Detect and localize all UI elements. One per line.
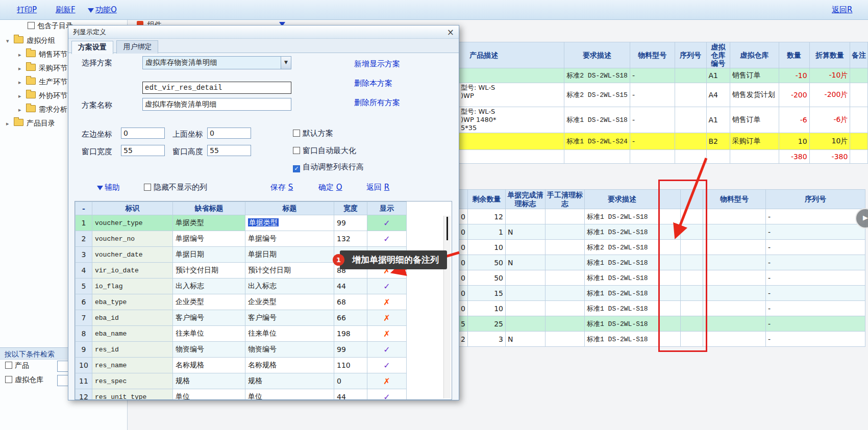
grid-row-9[interactable]: 9res_id物资编号物资编号99✓	[76, 342, 407, 358]
chevron-right-icon[interactable]: ▸	[18, 75, 25, 89]
bottom-table-row-2[interactable]: 010标准2 DS-2WL-S18-	[434, 240, 865, 255]
chevron-down-icon[interactable]: ▼	[281, 57, 291, 69]
check-icon[interactable]: ✓	[367, 279, 407, 294]
serial-cell: -	[766, 240, 865, 255]
empty-cell	[681, 240, 703, 255]
chevron-right-icon[interactable]: ▸	[18, 62, 25, 75]
bottom-table-row-6[interactable]: 010标准1 DS-2WL-S18-	[434, 301, 865, 316]
save-button[interactable]: 保存 S	[270, 183, 293, 192]
chevron-right-icon[interactable]: ▸	[18, 48, 25, 62]
default-scheme-checkbox[interactable]: 默认方案	[293, 129, 333, 138]
grid-row-8[interactable]: 8eba_name往来单位往来单位198✗	[76, 326, 407, 342]
width-cell[interactable]: 99	[334, 215, 367, 231]
title-cell[interactable]: 名称规格	[245, 358, 334, 373]
title-cell[interactable]: 单位	[245, 389, 334, 400]
check-icon[interactable]: ✓	[367, 389, 407, 400]
grid-row-2[interactable]: 2voucher_no单据编号单据编号132✓	[76, 231, 407, 247]
delete-scheme-link[interactable]: 删除本方案	[354, 79, 392, 88]
converted-qty-cell: -10片	[809, 68, 850, 83]
tab-user-binding[interactable]: 用户绑定	[116, 40, 158, 54]
scheme-select-label: 选择方案	[82, 58, 112, 68]
title-cell[interactable]: 单据类型	[245, 215, 334, 231]
features-link[interactable]: 功能O	[88, 5, 117, 15]
delete-all-schemes-link[interactable]: 删除所有方案	[354, 98, 400, 108]
width-cell[interactable]: 0	[334, 373, 367, 389]
width-cell[interactable]: 110	[334, 358, 367, 373]
grid-row-7[interactable]: 7eba_id客户编号客户编号66✗	[76, 310, 407, 326]
title-cell[interactable]: 物资编号	[245, 342, 334, 358]
grid-row-11[interactable]: 11res_spec规格规格0✗	[76, 373, 407, 389]
auto-row-height-checkbox[interactable]: ✓自动调整列表行高	[293, 162, 364, 172]
width-cell[interactable]: 44	[334, 279, 367, 294]
grid-row-6[interactable]: 6eba_type企业类型企业类型68✗	[76, 294, 407, 310]
width-cell[interactable]: 132	[334, 231, 367, 247]
back-link[interactable]: 返回R	[832, 5, 852, 15]
filter-product-checkbox[interactable]: 产品	[5, 361, 29, 370]
grid-row-10[interactable]: 10res_name名称规格名称规格110✓	[76, 358, 407, 373]
width-cell[interactable]: 99	[334, 342, 367, 358]
top-table-row-3[interactable]: 标准1 DS-2WL-S24-B2采购订单1010片	[404, 133, 868, 149]
chevron-right-icon[interactable]: ▸	[6, 117, 13, 131]
scheme-id-field[interactable]	[142, 82, 291, 94]
check-icon[interactable]: ✓	[367, 215, 407, 231]
check-icon[interactable]: ✓	[367, 358, 407, 373]
return-button[interactable]: 返回 R	[366, 183, 389, 192]
cross-icon[interactable]: ✗	[367, 326, 407, 342]
grid-scrollbar[interactable]	[443, 216, 451, 398]
add-scheme-link[interactable]: 新增显示方案	[354, 59, 400, 69]
title-cell[interactable]: 预计交付日期	[245, 263, 334, 279]
print-link[interactable]: 打印P	[17, 5, 37, 15]
top-coord-field[interactable]	[207, 128, 251, 139]
empty-cell	[660, 286, 681, 301]
grid-row-12[interactable]: 12res_unit_type单位单位44✓	[76, 389, 407, 400]
chevron-right-icon[interactable]: ▸	[18, 103, 25, 117]
title-cell[interactable]: 客户编号	[245, 310, 334, 326]
cross-icon[interactable]: ✗	[367, 310, 407, 326]
left-coord-field[interactable]	[121, 128, 165, 139]
bottom-table-row-0[interactable]: 012标准1 DS-2WL-S18-	[434, 209, 865, 224]
aux-button[interactable]: 辅助	[97, 183, 120, 192]
bottom-table-row-8[interactable]: 23N标准1 DS-2WL-S18-	[434, 332, 865, 347]
check-icon[interactable]: ✓	[367, 342, 407, 358]
title-cell[interactable]: 企业类型	[245, 294, 334, 310]
tab-scheme-settings[interactable]: 方案设置	[71, 41, 113, 54]
grid-scrollbar-thumb[interactable]	[447, 217, 448, 240]
title-cell[interactable]: 规格	[245, 373, 334, 389]
cross-icon[interactable]: ✗	[367, 373, 407, 389]
top-header-3: 序列号	[675, 42, 706, 68]
width-cell[interactable]: 198	[334, 326, 367, 342]
cross-icon[interactable]: ✗	[367, 294, 407, 310]
chevron-right-icon[interactable]: ▸	[18, 89, 25, 103]
width-cell[interactable]: 44	[334, 389, 367, 400]
ok-button[interactable]: 确定 O	[318, 183, 342, 192]
grid-row-1[interactable]: 1voucher_type单据类型单据类型99✓	[76, 215, 407, 231]
top-table-row-4[interactable]: -380-380	[404, 149, 868, 163]
width-cell[interactable]: 68	[334, 294, 367, 310]
scheme-combobox[interactable]: 虚拟库存物资清单明细 ▼	[142, 56, 291, 69]
title-cell[interactable]: 单据日期	[245, 247, 334, 263]
filter-warehouse-checkbox[interactable]: 虚拟仓库	[5, 375, 43, 385]
window-height-field[interactable]	[207, 145, 251, 156]
top-table-row-0[interactable]: 标准2 DS-2WL-S18-A1销售订单-10-10片	[404, 68, 868, 83]
title-cell[interactable]: 往来单位	[245, 326, 334, 342]
check-icon[interactable]: ✓	[367, 231, 407, 247]
top-table-row-2[interactable]: 型号: WL-S )WP 1480* 5*35标准1 DS-2WL-S18-A1…	[404, 107, 868, 133]
close-icon[interactable]: ×	[447, 27, 454, 38]
bottom-table-row-4[interactable]: 050标准1 DS-2WL-S18-	[434, 270, 865, 286]
chevron-down-icon[interactable]: ▾	[6, 34, 13, 48]
bottom-table-row-5[interactable]: 015标准1 DS-2WL-S18-	[434, 286, 865, 301]
hide-hidden-checkbox[interactable]: 隐藏不显示的列	[144, 183, 207, 192]
top-table-row-1[interactable]: 型号: WL-S )WP标准2 DS-2WL-S15-A4销售发货计划-200-…	[404, 83, 868, 107]
title-cell[interactable]: 单据编号	[245, 231, 334, 247]
auto-maximize-checkbox[interactable]: 窗口自动最大化	[293, 146, 356, 156]
include-subdirs-checkbox[interactable]: 包含子目录	[28, 21, 73, 31]
width-cell[interactable]: 66	[334, 310, 367, 326]
bottom-table-row-3[interactable]: 050N标准1 DS-2WL-S18-	[434, 255, 865, 270]
grid-row-5[interactable]: 5io_flag出入标志出入标志44✓	[76, 279, 407, 294]
bottom-table-row-7[interactable]: 525标准1 DS-2WL-S18-	[434, 316, 865, 332]
refresh-link[interactable]: 刷新F	[56, 5, 76, 15]
window-width-field[interactable]	[121, 145, 165, 156]
bottom-table-row-1[interactable]: 01N标准1 DS-2WL-S18-	[434, 224, 865, 240]
scheme-name-field[interactable]	[142, 98, 291, 111]
title-cell[interactable]: 出入标志	[245, 279, 334, 294]
